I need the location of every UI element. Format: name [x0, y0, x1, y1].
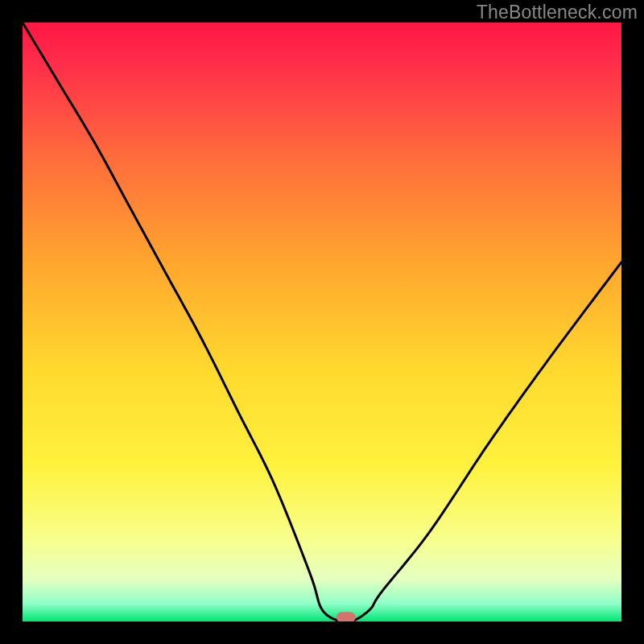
watermark-text: TheBottleneck.com: [477, 2, 638, 23]
bottleneck-chart: [23, 23, 621, 621]
chart-frame: TheBottleneck.com: [0, 0, 644, 644]
optimal-marker: [336, 612, 356, 621]
gradient-background: [23, 23, 621, 621]
plot-area: [23, 23, 621, 621]
